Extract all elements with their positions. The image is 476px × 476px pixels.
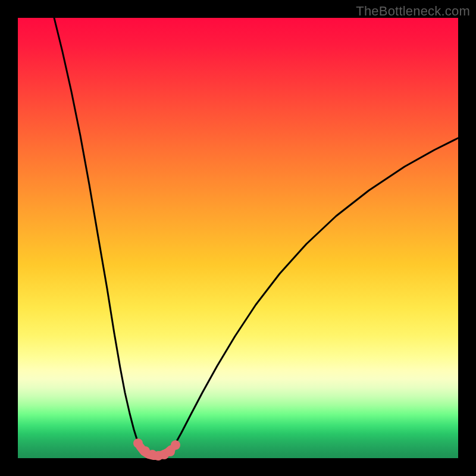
series-right-branch [171,138,458,450]
chart-frame [18,18,458,458]
series-group [54,18,458,456]
dot-bottom-dots [171,440,180,450]
series-left-branch [54,18,143,451]
dot-bottom-dots [133,439,143,448]
chart-svg [18,18,458,458]
watermark-text: TheBottleneck.com [356,4,470,19]
